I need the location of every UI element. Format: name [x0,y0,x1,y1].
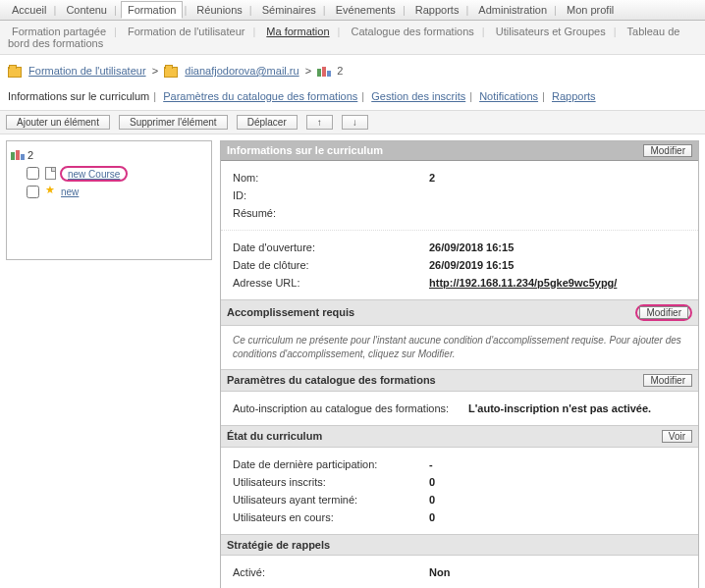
curriculum-icon [317,66,331,79]
value-enrolled: 0 [429,476,686,488]
nav-formation[interactable]: Formation [121,1,184,19]
label-open-date: Date d'ouverture: [233,241,429,253]
view-status-button[interactable]: Voir [662,430,692,443]
section-title: Stratégie de rappels [227,539,330,551]
value-reminder-active: Non [429,566,686,578]
value-url-link[interactable]: http://192.168.11.234/p5gke9wc5ypg/ [429,277,617,289]
section-title: État du curriculum [227,430,322,442]
nav-administration[interactable]: Administration [472,2,553,18]
document-icon [45,167,56,180]
svg-rect-4 [16,150,20,160]
svg-rect-2 [327,71,331,77]
value-inprogress: 0 [429,511,686,523]
label-url: Adresse URL: [233,277,429,289]
crumb-link-2[interactable]: dianafjodorova@mail.ru [185,65,298,77]
curriculum-icon [11,149,27,161]
crumb-current: 2 [337,65,343,77]
primary-nav: Accueil| Contenu| Formation| Réunions| S… [0,0,705,21]
label-name: Nom: [233,172,429,184]
tree-item-link-new-course[interactable]: new Course [68,169,120,180]
tree-item[interactable]: new [11,184,207,200]
breadcrumb: Formation de l'utilisateur > dianafjodor… [0,55,705,86]
add-item-button[interactable]: Ajouter un élément [6,115,110,130]
value-summary [429,207,686,219]
subnav-maformation[interactable]: Ma formation [262,26,333,37]
tree-item-checkbox[interactable] [27,186,39,198]
tab-catalogue-params[interactable]: Paramètres du catalogue des formations [163,90,357,102]
section-header-reminder: Stratégie de rappels [221,534,698,556]
move-down-button[interactable]: ↓ [342,115,368,130]
nav-evenements[interactable]: Evénements [330,2,402,18]
tree-item-link-new[interactable]: new [61,187,79,197]
page-tabs: Informations sur le curriculum| Paramètr… [0,86,705,106]
svg-rect-1 [322,67,326,77]
section-header-status: État du curriculum Voir [221,425,698,448]
subnav-partagee[interactable]: Formation partagée [8,26,110,37]
star-icon [45,186,57,197]
tab-info[interactable]: Informations sur le curriculum [8,90,149,102]
tab-rapports[interactable]: Rapports [552,90,596,102]
action-toolbar: Ajouter un élément Supprimer l'élément D… [0,110,705,134]
section-header-info: Informations sur le curriculum Modifier [221,141,698,161]
tree-item[interactable]: new Course [11,164,207,184]
tree-root[interactable]: 2 [11,147,207,164]
value-name: 2 [429,172,686,184]
move-up-button[interactable]: ↑ [306,115,333,130]
svg-rect-3 [11,152,15,160]
tree-root-label: 2 [27,149,33,161]
label-inprogress: Utilisateurs en cours: [233,511,429,523]
label-completed: Utilisateurs ayant terminé: [233,494,429,506]
label-reminder-active: Activé: [233,566,429,578]
svg-rect-5 [21,154,25,160]
value-id [429,189,686,201]
label-id: ID: [233,189,429,201]
section-header-catalog: Paramètres du catalogue des formations M… [221,369,698,392]
curriculum-tree: 2 new Course new [6,140,212,260]
modify-accomplish-button[interactable]: Modifier [639,306,688,319]
tree-item-checkbox[interactable] [27,167,39,180]
label-enrolled: Utilisateurs inscrits: [233,476,429,488]
delete-item-button[interactable]: Supprimer l'élément [119,115,228,130]
nav-contenu[interactable]: Contenu [60,2,113,18]
nav-seminaires[interactable]: Séminaires [256,2,322,18]
detail-panel: Informations sur le curriculum Modifier … [220,140,699,588]
section-title: Informations sur le curriculum [227,144,383,156]
section-title: Accomplissement requis [227,306,354,318]
value-autoenroll: L'auto-inscription n'est pas activée. [468,402,686,414]
value-open-date: 26/09/2018 16:15 [429,241,686,253]
move-button[interactable]: Déplacer [237,115,298,130]
value-close-date: 26/09/2019 16:15 [429,259,686,271]
label-close-date: Date de clôture: [233,259,429,271]
nav-accueil[interactable]: Accueil [6,2,52,18]
nav-monprofil[interactable]: Mon profil [561,2,620,18]
value-last-part: - [429,458,686,470]
subnav-groupes[interactable]: Utilisateurs et Groupes [492,26,610,37]
crumb-link-1[interactable]: Formation de l'utilisateur [28,65,146,77]
folder-icon [164,67,178,78]
nav-reunions[interactable]: Réunions [190,2,247,18]
subnav-utilisateur[interactable]: Formation de l'utilisateur [124,26,249,37]
tab-notifications[interactable]: Notifications [479,90,538,102]
label-summary: Résumé: [233,207,429,219]
subnav-catalogue[interactable]: Catalogue des formations [347,26,477,37]
svg-rect-0 [317,69,321,77]
accomplish-note: Ce curriculum ne présente pour l'instant… [221,326,698,369]
nav-rapports[interactable]: Rapports [409,2,465,18]
value-completed: 0 [429,494,686,506]
tab-gestion-inscrits[interactable]: Gestion des inscrits [371,90,465,102]
section-header-accomplish: Accomplissement requis Modifier [221,299,698,326]
modify-info-button[interactable]: Modifier [643,144,692,157]
label-last-part: Date de dernière participation: [233,458,429,470]
label-autoenroll: Auto-inscription au catalogue des format… [233,402,468,414]
modify-catalog-button[interactable]: Modifier [643,374,692,387]
section-title: Paramètres du catalogue des formations [227,374,436,386]
folder-icon [8,67,22,78]
secondary-nav: Formation partagée| Formation de l'utili… [0,21,705,55]
